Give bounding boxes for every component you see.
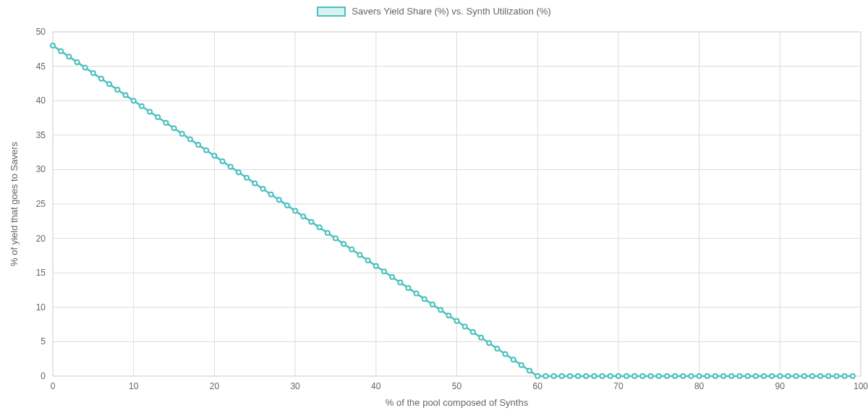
data-point (156, 115, 160, 119)
data-point (568, 374, 572, 378)
x-tick-label: 0 (51, 381, 56, 391)
data-point (252, 181, 257, 185)
data-point (770, 374, 774, 378)
y-tick-label: 45 (36, 61, 46, 72)
data-point (382, 269, 386, 273)
data-point (107, 82, 111, 86)
data-point (398, 281, 402, 285)
y-tick-label: 0 (41, 371, 46, 381)
y-tick-label: 5 (41, 336, 46, 346)
data-point (552, 374, 556, 378)
x-tick-label: 100 (854, 381, 868, 391)
data-point (624, 374, 629, 378)
data-point (285, 203, 289, 208)
data-point (414, 291, 419, 296)
data-point (374, 264, 378, 268)
data-point (794, 374, 799, 378)
data-point (762, 374, 766, 378)
data-point (851, 374, 855, 378)
data-point (422, 297, 427, 301)
data-point (318, 225, 322, 229)
data-point (543, 374, 548, 378)
data-point (124, 93, 128, 98)
data-point (237, 170, 241, 174)
data-point (471, 330, 475, 334)
data-point (810, 374, 814, 378)
data-point (495, 346, 499, 351)
data-point (511, 357, 516, 362)
data-point (309, 220, 313, 224)
data-point (713, 374, 718, 378)
data-point (301, 214, 305, 218)
x-tick-label: 50 (452, 381, 462, 391)
data-point (293, 209, 297, 213)
data-point (608, 374, 613, 378)
data-point (592, 374, 596, 378)
data-point (786, 374, 790, 378)
data-point (277, 197, 281, 202)
line-chart: 0102030405060708090100051015202530354045… (0, 0, 868, 413)
x-tick-label: 60 (533, 381, 543, 391)
data-point (487, 341, 491, 345)
data-point (479, 336, 483, 340)
data-point (333, 237, 338, 241)
data-point (632, 374, 637, 378)
data-point (438, 308, 443, 312)
legend-label: Savers Yield Share (%) vs. Synth Utiliza… (352, 6, 550, 17)
data-point (600, 374, 605, 378)
data-point (163, 121, 168, 125)
data-point (754, 374, 758, 378)
data-point (406, 286, 410, 290)
data-point (140, 104, 144, 108)
y-tick-label: 30 (36, 164, 46, 174)
data-point (188, 137, 192, 142)
legend-swatch (317, 7, 346, 17)
data-point (430, 302, 435, 307)
data-point (180, 132, 184, 136)
data-point (616, 374, 621, 378)
data-point (826, 374, 830, 378)
data-point (132, 98, 136, 103)
chart-legend: Savers Yield Share (%) vs. Synth Utiliza… (0, 6, 868, 19)
chart-container: Savers Yield Share (%) vs. Synth Utiliza… (0, 0, 868, 413)
data-point (527, 368, 532, 372)
data-point (390, 275, 394, 279)
data-point (326, 231, 330, 235)
x-tick-label: 90 (775, 381, 786, 391)
x-axis-title: % of the pool composed of Synths (386, 397, 529, 408)
data-point (196, 142, 200, 147)
data-point (673, 374, 677, 378)
data-point (503, 352, 508, 357)
data-point (148, 109, 152, 114)
data-point (463, 324, 467, 328)
data-point (681, 374, 685, 378)
data-point (115, 88, 119, 92)
data-point (697, 374, 702, 378)
data-point (665, 374, 669, 378)
x-tick-label: 30 (290, 381, 300, 391)
data-point (560, 374, 564, 378)
y-tick-label: 15 (36, 268, 46, 278)
data-point (51, 43, 55, 48)
y-tick-label: 10 (36, 302, 46, 312)
data-point (341, 242, 346, 246)
data-point (446, 313, 451, 318)
data-point (455, 319, 459, 323)
data-point (737, 374, 741, 378)
y-axis-title: % of yield that goes to Savers (9, 142, 20, 266)
data-point (535, 374, 540, 378)
y-tick-label: 20 (36, 234, 46, 244)
data-point (721, 374, 726, 378)
data-point (75, 60, 80, 64)
y-tick-label: 25 (36, 199, 46, 209)
data-point (746, 374, 750, 378)
data-point (221, 159, 225, 163)
data-point (172, 126, 176, 130)
data-point (244, 176, 249, 180)
data-point (269, 192, 273, 197)
data-point (834, 374, 838, 378)
y-tick-label: 40 (36, 95, 46, 106)
data-point (99, 77, 103, 81)
y-tick-label: 35 (36, 130, 46, 140)
data-point (260, 187, 265, 191)
